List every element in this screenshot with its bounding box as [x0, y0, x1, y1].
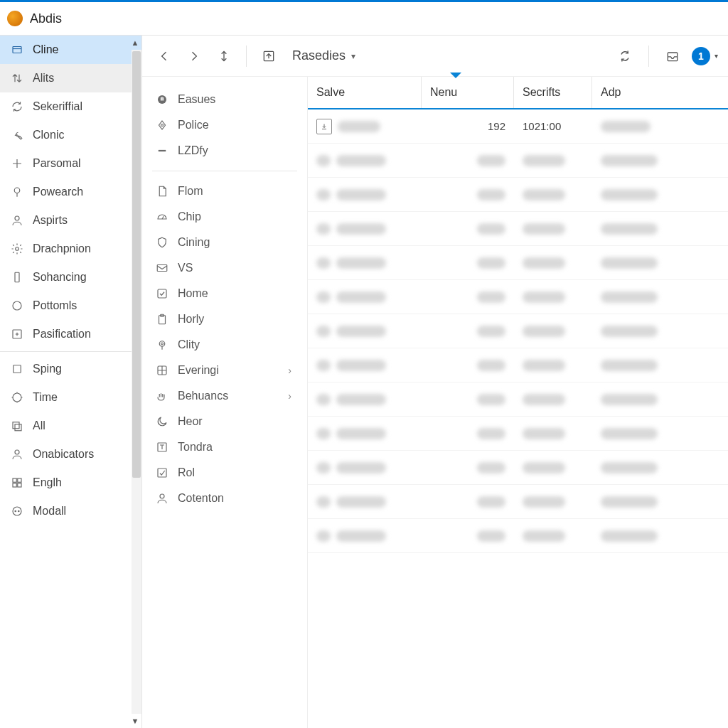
sidebar-item-label: Powearch: [33, 186, 83, 198]
category-item-home[interactable]: Home: [142, 281, 307, 306]
category-item-easues[interactable]: Easues: [142, 87, 307, 112]
file-icon: [316, 119, 332, 134]
sidebar-item-label: All: [33, 419, 46, 432]
sidebar-item-sping[interactable]: Sping: [0, 355, 141, 383]
sidebar-item-all[interactable]: All: [0, 412, 141, 440]
chevron-right-icon: ›: [288, 365, 294, 376]
category-item-label: Tondra: [178, 441, 213, 454]
sidebar-item-label: Modall: [33, 505, 66, 518]
category-item-label: Heor: [178, 415, 203, 428]
sync-button[interactable]: [613, 44, 637, 68]
category-item-label: Chip: [178, 210, 201, 223]
scroll-down-icon[interactable]: ▼: [132, 714, 139, 728]
category-item-flom[interactable]: Flom: [142, 178, 307, 204]
category-item-chip[interactable]: Chip: [142, 204, 307, 230]
wrench-icon: [10, 128, 24, 142]
sort-indicator-icon: [450, 73, 461, 78]
table-row[interactable]: 1921021:00: [308, 109, 728, 144]
sidebar-item-modall[interactable]: Modall: [0, 497, 141, 525]
checkbox-icon: [155, 466, 169, 480]
check-icon: [155, 287, 169, 301]
category-item-rol[interactable]: Rol: [142, 460, 307, 486]
column-adp[interactable]: Adp: [592, 77, 728, 108]
badge-dropdown-icon[interactable]: ▾: [714, 52, 718, 60]
column-nenu[interactable]: Nenu: [422, 77, 514, 108]
table-header: Salve Nenu Secrifts Adp: [308, 77, 728, 109]
inbox-button[interactable]: [660, 44, 685, 68]
diamond-icon: [155, 118, 169, 132]
category-item-vs[interactable]: VS: [142, 255, 307, 281]
category-item-horly[interactable]: Horly: [142, 306, 307, 332]
phone-icon: [10, 270, 24, 284]
nav-back-button[interactable]: [152, 44, 176, 68]
breadcrumb[interactable]: Rasedies ▾: [287, 46, 361, 66]
column-secrifts[interactable]: Secrifts: [514, 77, 592, 108]
notification-badge[interactable]: 1: [692, 47, 710, 65]
table-row[interactable]: [308, 178, 728, 212]
avatar[interactable]: [7, 11, 23, 26]
table-row[interactable]: [308, 382, 728, 417]
gauge-icon: [155, 210, 169, 224]
category-item-lzdfy[interactable]: LZDfy: [142, 138, 307, 164]
table-row[interactable]: [308, 519, 728, 553]
sidebar-item-label: Englh: [33, 476, 62, 489]
stack-icon: [10, 419, 24, 433]
title-bar: Abdis: [0, 0, 728, 36]
category-item-police[interactable]: Police: [142, 112, 307, 138]
category-item-everingi[interactable]: Everingi›: [142, 358, 307, 383]
hands-icon: [155, 389, 169, 403]
sidebar-item-time[interactable]: Time: [0, 383, 141, 412]
category-item-behuancs[interactable]: Behuancs›: [142, 383, 307, 409]
sidebar-item-cline[interactable]: Cline: [0, 36, 141, 64]
table-row[interactable]: [308, 212, 728, 246]
category-item-label: Behuancs: [178, 390, 228, 402]
category-item-cotenton[interactable]: Cotenton: [142, 486, 307, 511]
sidebar-item-drachpnion[interactable]: Drachpnion: [0, 235, 141, 263]
table-row[interactable]: [308, 314, 728, 348]
category-item-clity[interactable]: Clity: [142, 332, 307, 358]
plus-icon: [10, 156, 24, 171]
sort-toggle-button[interactable]: [212, 44, 236, 68]
sidebar-item-powearch[interactable]: Powearch: [0, 178, 141, 206]
updown-icon: [10, 71, 24, 85]
mail-icon: [155, 261, 169, 275]
category-item-label: Rol: [178, 466, 195, 479]
table-row[interactable]: [308, 348, 728, 382]
sidebar-item-sohancing[interactable]: Sohancing: [0, 263, 141, 291]
scrollbar-thumb[interactable]: [132, 51, 141, 478]
sidebar-item-onabicators[interactable]: Onabicators: [0, 440, 141, 469]
category-item-tondra[interactable]: Tondra: [142, 434, 307, 460]
square-icon: [10, 362, 24, 376]
sidebar-item-pottomls[interactable]: Pottomls: [0, 291, 141, 320]
category-item-heor[interactable]: Heor: [142, 409, 307, 434]
person-icon: [155, 491, 169, 505]
grid4-icon: [155, 363, 169, 378]
sidebar-item-label: Sohancing: [33, 271, 87, 284]
nav-forward-button[interactable]: [182, 44, 206, 68]
collapse-icon: [10, 327, 24, 341]
sidebar-item-parsomal[interactable]: Parsomal: [0, 149, 141, 178]
table-row[interactable]: [308, 144, 728, 178]
doc-icon: [155, 184, 169, 198]
column-salve[interactable]: Salve: [308, 77, 422, 108]
sidebar-item-pasification[interactable]: Pasification: [0, 320, 141, 348]
scroll-up-icon[interactable]: ▲: [132, 36, 139, 50]
frame-button[interactable]: [257, 44, 281, 68]
sidebar-item-label: Sping: [33, 363, 62, 375]
category-item-label: Flom: [178, 185, 203, 198]
table-row[interactable]: [308, 417, 728, 451]
sidebar-item-aspirts[interactable]: Aspirts: [0, 206, 141, 235]
category-item-cining[interactable]: Cining: [142, 230, 307, 255]
table-row[interactable]: [308, 485, 728, 519]
table-row[interactable]: [308, 246, 728, 280]
pinround-icon: [155, 338, 169, 352]
clipboard-icon: [155, 312, 169, 326]
sidebar-item-alits[interactable]: Alits: [0, 64, 141, 92]
category-item-label: Clity: [178, 338, 200, 351]
table-row[interactable]: [308, 451, 728, 485]
moon-icon: [155, 414, 169, 429]
sidebar-item-englh[interactable]: Englh: [0, 469, 141, 497]
sidebar-item-clonic[interactable]: Clonic: [0, 121, 141, 149]
table-row[interactable]: [308, 280, 728, 314]
sidebar-item-sekeriffial[interactable]: Sekeriffial: [0, 92, 141, 121]
